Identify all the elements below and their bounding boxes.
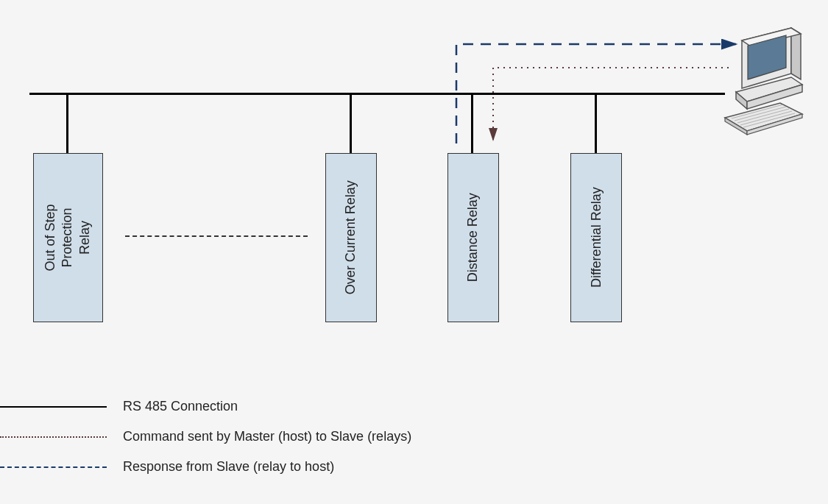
legend-rs485-label: RS 485 Connection [123, 399, 238, 414]
relay-differential: Differential Relay [570, 153, 622, 322]
relay-distance: Distance Relay [447, 153, 499, 322]
bus-drop-distance [471, 93, 473, 153]
bus-drop-over-current [350, 93, 352, 153]
diagram-canvas: Out of Step Protection Relay Over Curren… [0, 0, 828, 504]
legend-line-dashed-blue [0, 466, 107, 468]
legend-line-solid [0, 406, 107, 408]
legend-command-label: Command sent by Master (host) to Slave (… [123, 429, 411, 444]
legend-line-dotted [0, 436, 107, 438]
legend-command: Command sent by Master (host) to Slave (… [0, 429, 515, 444]
relay-over-current: Over Current Relay [325, 153, 377, 322]
legend: RS 485 Connection Command sent by Master… [0, 384, 515, 489]
legend-response-label: Response from Slave (relay to host) [123, 459, 334, 475]
relay-distance-label: Distance Relay [464, 193, 481, 282]
relay-out-of-step: Out of Step Protection Relay [33, 153, 103, 322]
relay-differential-label: Differential Relay [587, 188, 604, 288]
legend-response: Response from Slave (relay to host) [0, 459, 515, 475]
bus-drop-out-of-step [66, 93, 68, 153]
bus-drop-differential [595, 93, 597, 153]
relay-over-current-label: Over Current Relay [342, 180, 359, 294]
relay-out-of-step-label: Out of Step Protection Relay [42, 203, 93, 271]
bus-horizontal [29, 93, 725, 95]
legend-rs485: RS 485 Connection [0, 399, 515, 414]
relay-ellipsis [125, 235, 308, 237]
computer-icon [721, 22, 817, 143]
